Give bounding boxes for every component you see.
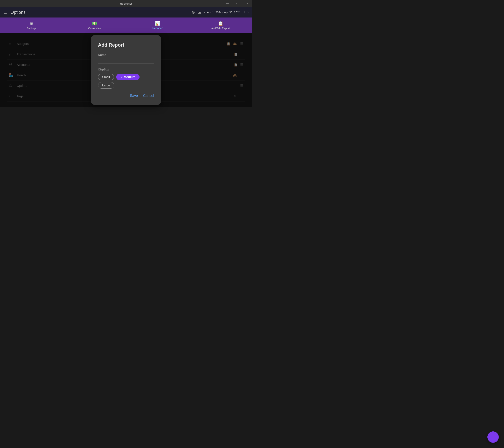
tab-add-edit-report[interactable]: 📋 Add/Edit Report [189, 18, 252, 33]
tab-settings-label: Settings [27, 27, 36, 30]
chip-size-label: ChipSize [98, 68, 154, 71]
settings-icon: ⚙ [30, 21, 34, 26]
chip-medium-button[interactable]: ✓ Medium [116, 74, 140, 80]
maximize-button[interactable]: □ [232, 0, 242, 7]
name-label: Name [98, 53, 154, 57]
currencies-icon: 💵 [92, 21, 97, 26]
date-navigation: ‹ Apr 1, 2024 - Apr 30, 2024 🗓 › [204, 10, 249, 14]
tab-reporter[interactable]: 📊 Reporter [126, 18, 189, 33]
tab-currencies-label: Currencies [88, 27, 101, 30]
header: ☰ Options ⊕ ☁ ‹ Apr 1, 2024 - Apr 30, 20… [0, 7, 252, 18]
tab-reporter-label: Reporter [152, 27, 163, 30]
prev-date-button[interactable]: ‹ [204, 10, 205, 14]
save-button[interactable]: Save [130, 94, 138, 98]
dialog-title: Add Report [98, 42, 154, 48]
check-icon: ✓ [120, 75, 124, 79]
main-content: ≡ Budgets 📋 🙈 ☰ ⇄ Transactions 📋 ☰ 🏛 Acc… [0, 33, 252, 107]
add-edit-report-icon: 📋 [218, 21, 223, 26]
date-range-label: Apr 1, 2024 - Apr 30, 2024 [207, 11, 240, 14]
cancel-button[interactable]: Cancel [143, 94, 154, 98]
minimize-button[interactable]: — [222, 0, 232, 7]
modal-overlay: Add Report Name ChipSize Small ✓ Medium … [0, 33, 252, 107]
next-date-button[interactable]: › [247, 10, 249, 14]
chip-size-row-2: Large [98, 82, 154, 89]
report-name-input[interactable] [98, 57, 154, 63]
header-actions: ⊕ ☁ ‹ Apr 1, 2024 - Apr 30, 2024 🗓 › [192, 10, 249, 15]
add-icon-button[interactable]: ⊕ [192, 10, 195, 15]
add-report-dialog: Add Report Name ChipSize Small ✓ Medium … [91, 35, 161, 105]
close-button[interactable]: ✕ [242, 0, 252, 7]
tab-add-edit-report-label: Add/Edit Report [211, 27, 230, 30]
tabbar: ⚙ Settings 💵 Currencies 📊 Reporter 📋 Add… [0, 18, 252, 33]
cloud-icon-button[interactable]: ☁ [198, 10, 201, 15]
titlebar: Reckoner — □ ✕ [0, 0, 252, 7]
chip-size-row: Small ✓ Medium [98, 74, 154, 80]
reporter-icon: 📊 [155, 20, 160, 26]
tab-currencies[interactable]: 💵 Currencies [63, 18, 126, 33]
page-title: Options [11, 10, 192, 15]
dialog-actions: Save Cancel [98, 94, 154, 98]
tab-settings[interactable]: ⚙ Settings [0, 18, 63, 33]
window-controls: — □ ✕ [222, 0, 252, 7]
calendar-icon-button[interactable]: 🗓 [242, 10, 246, 14]
chip-small-button[interactable]: Small [98, 74, 114, 80]
chip-large-button[interactable]: Large [98, 82, 114, 89]
app-title: Reckoner [120, 2, 132, 5]
menu-icon[interactable]: ☰ [3, 10, 7, 15]
